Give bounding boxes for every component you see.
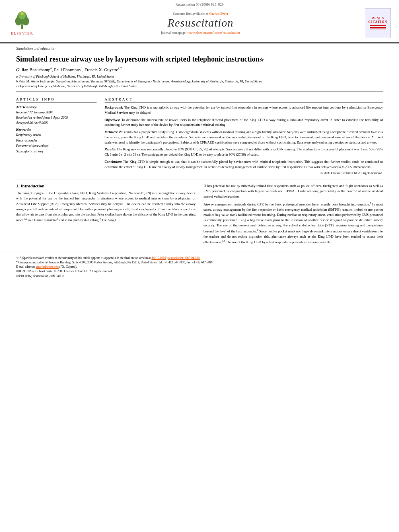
conclusion-label: Conclusion: bbox=[105, 160, 122, 164]
svg-rect-0 bbox=[21, 25, 23, 29]
journal-homepage: journal homepage: www.elsevier.com/locat… bbox=[40, 31, 361, 35]
affiliation-a: a University of Pittsburgh School of Med… bbox=[16, 74, 383, 79]
cover-title: RESUSCITATION bbox=[368, 16, 387, 24]
footnote-corresponding: * Corresponding author at: Iroquois Buil… bbox=[16, 260, 383, 265]
footnote-doi: doi:10.1016/j.resuscitation.2009.04.030 bbox=[16, 274, 383, 278]
copyright: © 2009 Elsevier Ireland Ltd. All rights … bbox=[105, 171, 383, 175]
article-info-column: ARTICLE INFO Article history: Received 1… bbox=[16, 97, 97, 175]
doi-link[interactable]: doi:10.1016/j.resuscitation.2009.04.030. bbox=[152, 256, 200, 260]
abstract-section: ABSTRACT Background: The King LT-D is a … bbox=[105, 97, 383, 175]
abstract-methods: Methods: We conducted a prospective stud… bbox=[105, 129, 383, 145]
ref-5: 5 bbox=[370, 202, 371, 204]
section-divider bbox=[16, 179, 383, 179]
article-info-header: ARTICLE INFO bbox=[16, 97, 97, 103]
keyword-1: Respiratory arrest bbox=[16, 132, 97, 138]
page: Resuscitation 80 (2009) 925–929 ELSEVIER bbox=[0, 0, 399, 532]
ref-1: 1,2 bbox=[24, 218, 27, 220]
article-section: Simulation and education Simulated rescu… bbox=[0, 43, 399, 175]
journal-title-area: Contents lists available at ScienceDirec… bbox=[40, 12, 361, 35]
keywords-label: Keywords: bbox=[16, 127, 97, 131]
body-col-left: 1. Introduction The King Laryngeal Tube … bbox=[16, 183, 195, 246]
journal-header: Resuscitation 80 (2009) 925–929 ELSEVIER bbox=[0, 0, 399, 40]
affiliation-b: b Peter M. Winter Institute for Simulati… bbox=[16, 79, 383, 84]
abstract-objectives: Objectives: To determine the success rat… bbox=[105, 117, 383, 128]
abstract-results: Results: The King airway was successfull… bbox=[105, 147, 383, 157]
keyword-2: First responder bbox=[16, 138, 97, 144]
footnote-hr bbox=[16, 254, 64, 254]
article-info-text: Received 12 January 2009 Received in rev… bbox=[16, 110, 97, 125]
abstract-column: ABSTRACT Background: The King LT-D is a … bbox=[105, 97, 383, 175]
ref-3: 4 bbox=[99, 218, 101, 220]
article-history-label: Article history: bbox=[16, 105, 97, 109]
accepted-date: Accepted 20 April 2009 bbox=[16, 120, 97, 125]
keyword-3: Pre-arrival instructions bbox=[16, 143, 97, 149]
abstract-conclusion: Conclusion: The King LT-D is simple enou… bbox=[105, 159, 383, 170]
intro-para-1: The King Laryngeal Tube Disposable (King… bbox=[16, 191, 195, 223]
footnote-star: ☆ A Spanish translated version of the su… bbox=[16, 256, 383, 260]
title-star: ☆ bbox=[259, 57, 264, 63]
sciencedirect-link[interactable]: ScienceDirect bbox=[209, 12, 228, 16]
contents-line: Contents lists available at ScienceDirec… bbox=[40, 12, 361, 16]
received-date: Received 12 January 2009 bbox=[16, 110, 97, 115]
ref-2: 3 bbox=[57, 218, 58, 220]
elsevier-tree-icon bbox=[12, 11, 32, 31]
affiliation-c: c Department of Emergency Medicine, Univ… bbox=[16, 84, 383, 89]
abstract-background: Background: The King LT-D is a supraglot… bbox=[105, 105, 383, 115]
methods-label: Methods: bbox=[105, 130, 118, 134]
section-label: Simulation and education bbox=[16, 47, 383, 52]
journal-volume: Resuscitation 80 (2009) 925–929 bbox=[8, 2, 391, 6]
journal-name: Resuscitation bbox=[40, 16, 361, 29]
intro-right-para-1: D has potential for use by minimally tra… bbox=[204, 183, 383, 199]
affiliations: a University of Pittsburgh School of Med… bbox=[16, 74, 383, 92]
body-section: 1. Introduction The King Laryngeal Tube … bbox=[0, 183, 399, 246]
article-info-section: ARTICLE INFO Article history: Received 1… bbox=[16, 97, 97, 154]
journal-cover-image: RESUSCITATION bbox=[365, 8, 391, 38]
footnote-section: ☆ A Spanish translated version of the su… bbox=[0, 251, 399, 281]
homepage-url[interactable]: www.elsevier.com/locate/resuscitation bbox=[187, 31, 240, 35]
email-link[interactable]: guyefx@upmc.edu bbox=[36, 265, 59, 269]
elsevier-logo: ELSEVIER bbox=[8, 11, 36, 35]
background-label: Background: bbox=[105, 105, 123, 109]
abstract-header: ABSTRACT bbox=[105, 97, 383, 103]
footnote-issn: 0300-9572/$ – see front matter © 2009 El… bbox=[16, 269, 383, 273]
elsevier-label: ELSEVIER bbox=[11, 32, 33, 35]
results-label: Results: bbox=[105, 147, 116, 151]
ref-7: 3,4 bbox=[222, 240, 225, 242]
svg-point-5 bbox=[21, 12, 23, 15]
article-info-abstract: ARTICLE INFO Article history: Received 1… bbox=[16, 94, 383, 175]
intro-right-para-2: Airway management protocols during CPR b… bbox=[204, 201, 383, 245]
keyword-4: Supraglottic airway bbox=[16, 149, 97, 154]
journal-header-main: ELSEVIER Contents lists available at Sci… bbox=[8, 8, 391, 38]
revised-date: Received in revised form 9 April 2009 bbox=[16, 115, 97, 120]
objectives-label: Objectives: bbox=[105, 118, 120, 122]
body-col-right: D has potential for use by minimally tra… bbox=[204, 183, 383, 246]
intro-heading: 1. Introduction bbox=[16, 183, 195, 188]
body-two-col: 1. Introduction The King Laryngeal Tube … bbox=[16, 183, 383, 246]
keywords-list: Respiratory arrest First responder Pre-a… bbox=[16, 132, 97, 154]
authors: Gillian Beauchampa, Paul Phrampusb, Fran… bbox=[16, 66, 383, 72]
article-title: Simulated rescue airway use by layperson… bbox=[16, 55, 383, 64]
cover-lines bbox=[370, 25, 386, 30]
footnote-email: E-mail address: guyefx@upmc.edu (FX. Guy… bbox=[16, 265, 383, 269]
ref-6: 6 bbox=[257, 229, 258, 231]
